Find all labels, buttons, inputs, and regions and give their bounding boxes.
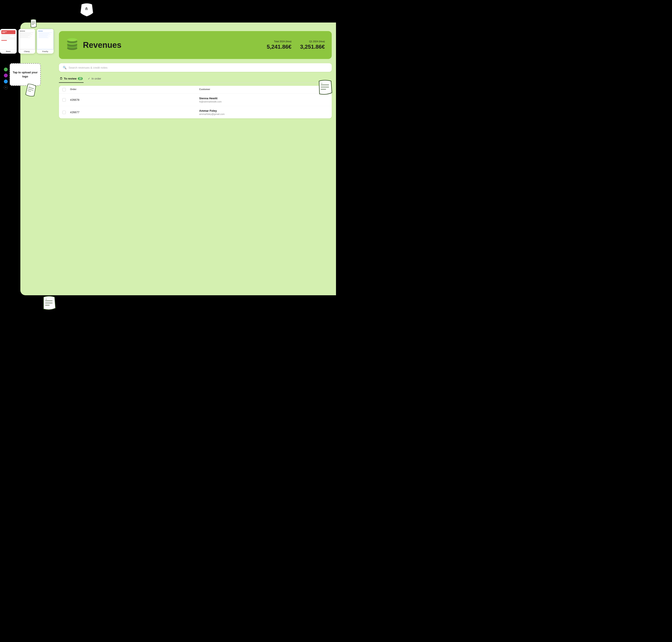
- template-cards-container: Basic INVOICE Classy INVOICE Freshy: [0, 29, 54, 54]
- search-bar[interactable]: 🔍 Search revenues & credit notes: [59, 63, 332, 72]
- revenue-q1-label: Q1 2024 (htva): [300, 40, 325, 43]
- revenue-total-value: 5,241.86€: [267, 43, 292, 50]
- template-card-basic[interactable]: Basic: [0, 29, 17, 54]
- tab-in-order-label: In order: [92, 77, 101, 80]
- revenue-q1: Q1 2024 (htva) 3,251.86€: [300, 40, 325, 50]
- row-1-customer-name: Sienna Hewitt: [199, 97, 329, 100]
- row-2-order: #26677: [70, 111, 199, 114]
- table-header-customer: Customer: [199, 88, 329, 91]
- row-2-customer-email: ammarfoley@gmail.com: [199, 113, 329, 115]
- table-container: Order Customer #26678 Sienna Hewitt hi@s…: [59, 86, 332, 118]
- tab-in-order-icon: ✓: [88, 77, 90, 80]
- upload-logo-text: Tap to upload your logo: [10, 70, 40, 78]
- table-header-order: Order: [70, 88, 199, 91]
- template-card-classy[interactable]: INVOICE Classy: [18, 29, 35, 54]
- table-row[interactable]: #26677 Ammar Foley ammarfoley@gmail.com: [59, 106, 332, 118]
- svg-text:ñ: ñ: [85, 7, 88, 11]
- tab-in-order[interactable]: ✓ In order: [87, 75, 102, 83]
- decorative-scroll-2: ≈: [25, 84, 37, 99]
- color-dot-add[interactable]: +: [4, 86, 8, 89]
- row-2-customer: Ammar Foley ammarfoley@gmail.com: [199, 109, 329, 115]
- upload-logo-box[interactable]: Tap to upload your logo: [10, 63, 41, 86]
- row-2-customer-name: Ammar Foley: [199, 109, 329, 112]
- revenue-title: Revenues: [83, 40, 263, 50]
- tab-to-review-badge: 23: [78, 77, 83, 80]
- table-header: Order Customer: [59, 86, 332, 94]
- tabs-container: 🗒 To review 23 ✓ In order: [59, 75, 332, 83]
- revenue-total: Total 2024 (htva) 5,241.86€: [267, 40, 292, 50]
- search-placeholder: Search revenues & credit notes: [69, 66, 107, 69]
- decorative-scroll-1: [29, 19, 37, 29]
- table-row[interactable]: #26678 Sienna Hewitt hi@siennahewitt.com: [59, 94, 332, 106]
- tab-to-review-icon: 🗒: [60, 77, 63, 80]
- table-select-all-checkbox[interactable]: [62, 88, 66, 91]
- color-dots-container: +: [4, 67, 8, 89]
- row-1-customer-email: hi@siennahewitt.com: [199, 100, 329, 103]
- svg-text:≈: ≈: [321, 82, 322, 85]
- table-header-checkbox: [62, 88, 70, 91]
- top-logo-icon: ñ: [79, 1, 94, 19]
- revenue-q1-value: 3,251.86€: [300, 43, 325, 50]
- template-card-basic-label: Basic: [0, 49, 17, 54]
- row-2-checkbox[interactable]: [62, 111, 66, 114]
- color-dot-green[interactable]: [4, 67, 8, 72]
- decorative-scroll-3: ≈: [317, 79, 333, 97]
- revenue-banner: Revenues Total 2024 (htva) 5,241.86€ Q1 …: [59, 31, 332, 59]
- row-1-order: #26678: [70, 98, 199, 101]
- decorative-scroll-4: ≈: [42, 295, 56, 312]
- template-card-classy-label: Classy: [18, 49, 35, 54]
- row-1-checkbox[interactable]: [62, 98, 66, 102]
- row-1-customer: Sienna Hewitt hi@siennahewitt.com: [199, 97, 329, 103]
- revenue-total-label: Total 2024 (htva): [267, 40, 292, 43]
- row-2-checkbox-cell: [62, 111, 70, 114]
- color-dot-purple[interactable]: [4, 74, 8, 77]
- tab-to-review-label: To review: [64, 77, 77, 80]
- svg-text:≈: ≈: [45, 298, 47, 300]
- template-card-freshy-label: Freshy: [37, 49, 54, 54]
- search-icon: 🔍: [63, 66, 66, 69]
- revenue-stats: Total 2024 (htva) 5,241.86€ Q1 2024 (htv…: [267, 40, 325, 50]
- template-card-freshy[interactable]: INVOICE Freshy: [37, 29, 54, 54]
- row-1-checkbox-cell: [62, 98, 70, 102]
- svg-point-22: [68, 39, 77, 41]
- color-dot-blue[interactable]: [4, 79, 8, 84]
- tab-to-review[interactable]: 🗒 To review 23: [59, 75, 83, 83]
- content-area: Revenues Total 2024 (htva) 5,241.86€ Q1 …: [59, 31, 332, 312]
- coin-icon: [66, 37, 79, 53]
